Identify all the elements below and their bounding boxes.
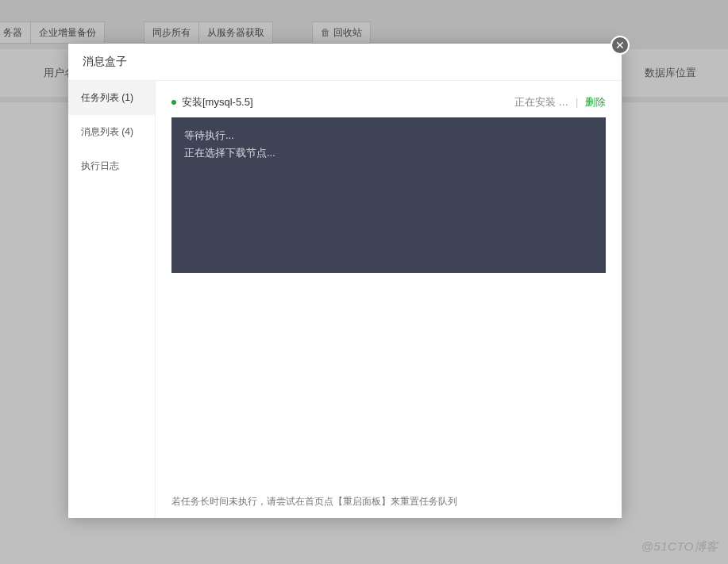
divider: |	[576, 96, 578, 108]
close-icon: ✕	[615, 39, 625, 52]
modal-body: 任务列表 (1) 消息列表 (4) 执行日志 安装[mysql-5.5] 正在安…	[68, 81, 622, 518]
message-box-modal: ✕ 消息盒子 任务列表 (1) 消息列表 (4) 执行日志 安装[mysql-5…	[68, 44, 622, 518]
console-line: 正在选择下载节点...	[184, 144, 593, 162]
modal-sidebar: 任务列表 (1) 消息列表 (4) 执行日志	[68, 81, 156, 518]
task-status: 正在安装 … | 删除	[514, 95, 606, 109]
sidebar-item-task-list[interactable]: 任务列表 (1)	[68, 81, 155, 115]
modal-title: 消息盒子	[68, 44, 622, 81]
close-button[interactable]: ✕	[611, 36, 630, 55]
task-header: 安装[mysql-5.5] 正在安装 … | 删除	[171, 95, 606, 109]
modal-main: 安装[mysql-5.5] 正在安装 … | 删除 等待执行... 正在选择下载…	[156, 81, 622, 518]
sidebar-item-message-list[interactable]: 消息列表 (4)	[68, 115, 155, 149]
console-output: 等待执行... 正在选择下载节点...	[171, 117, 606, 273]
task-delete-button[interactable]: 删除	[585, 96, 606, 108]
task-name: 安装[mysql-5.5]	[171, 95, 253, 109]
watermark: @51CTO博客	[641, 539, 718, 554]
task-status-text: 正在安装 …	[514, 96, 569, 108]
task-name-text: 安装[mysql-5.5]	[182, 95, 253, 109]
status-dot-icon	[171, 100, 176, 105]
console-line: 等待执行...	[184, 127, 593, 144]
sidebar-item-exec-log[interactable]: 执行日志	[68, 149, 155, 183]
footer-hint: 若任务长时间未执行，请尝试在首页点【重启面板】来重置任务队列	[171, 485, 606, 518]
